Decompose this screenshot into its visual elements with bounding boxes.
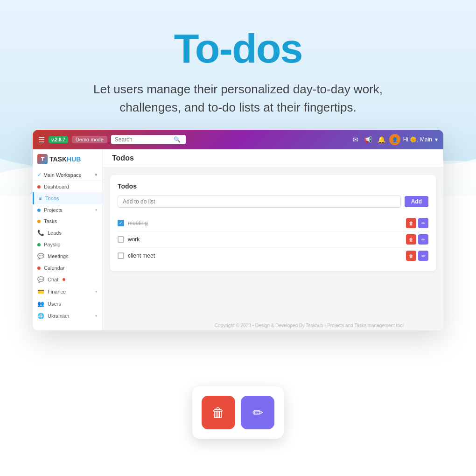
todo-edit-2[interactable]: ✏ xyxy=(418,234,428,245)
nav-icons: ✉ 📢 🔔 xyxy=(353,136,385,143)
language-icon: 🌐 xyxy=(37,313,44,319)
sidebar-item-todos[interactable]: ≡ Todos xyxy=(33,192,102,204)
sidebar-item-language[interactable]: 🌐 Ukrainian ▾ xyxy=(33,310,102,322)
check-icon: ✓ xyxy=(37,172,42,178)
todos-input-row: Add xyxy=(118,196,428,208)
todo-actions-2: 🗑 ✏ xyxy=(406,234,428,245)
workspace-label: Main Workspace xyxy=(43,172,82,178)
todo-text-3: client meet xyxy=(128,252,402,259)
search-bar[interactable]: 🔍 xyxy=(111,135,186,144)
todo-item-1: ✓ meeting 🗑 ✏ xyxy=(118,215,428,231)
page-title: Todos xyxy=(112,154,434,162)
payslip-icon xyxy=(37,243,41,246)
chat-badge xyxy=(63,278,65,281)
sidebar-item-label: Todos xyxy=(45,196,59,201)
sidebar-item-label: Payslip xyxy=(44,242,60,247)
floating-edit-button[interactable]: ✏ xyxy=(241,396,274,429)
footer: Copyright © 2023 • Design & Developed By… xyxy=(212,321,406,330)
sidebar: T TASKHUB ✓ Main Workspace ▾ Dashboard ≡… xyxy=(33,149,103,330)
todos-icon: ≡ xyxy=(39,195,42,202)
mail-icon[interactable]: ✉ xyxy=(353,136,358,143)
todo-checkbox-2[interactable] xyxy=(118,236,124,243)
logo-icon: T xyxy=(37,154,48,164)
add-button[interactable]: Add xyxy=(405,196,428,207)
todo-edit-3[interactable]: ✏ xyxy=(418,251,428,261)
demo-badge: Demo mode xyxy=(72,136,107,143)
pencil-icon: ✏ xyxy=(252,405,263,420)
projects-arrow: ▾ xyxy=(95,208,98,212)
finance-arrow: ▾ xyxy=(95,289,98,294)
todo-item-2: work 🗑 ✏ xyxy=(118,231,428,248)
floating-action-card: 🗑 ✏ xyxy=(192,386,284,439)
sidebar-item-label: Calendar xyxy=(44,265,65,271)
finance-icon: 💳 xyxy=(37,288,44,295)
sidebar-item-label: Chat xyxy=(48,277,58,282)
todo-actions-1: 🗑 ✏ xyxy=(406,218,428,228)
sidebar-item-calendar[interactable]: Calendar xyxy=(33,262,102,273)
hero-subtitle: Let users manage their personalized day-… xyxy=(56,80,420,117)
todos-card: Todos Add ✓ meeting 🗑 ✏ xyxy=(110,175,436,271)
app-layout: T TASKHUB ✓ Main Workspace ▾ Dashboard ≡… xyxy=(33,149,443,330)
sidebar-item-projects[interactable]: Projects ▾ xyxy=(33,204,102,216)
todo-input[interactable] xyxy=(118,196,401,208)
todo-actions-3: 🗑 ✏ xyxy=(406,251,428,261)
meetings-icon: 💬 xyxy=(37,253,44,259)
search-input[interactable] xyxy=(115,136,171,143)
todo-text-1: meeting xyxy=(128,220,402,226)
hero-section: To-dos Let users manage their personaliz… xyxy=(0,0,476,117)
workspace-selector[interactable]: ✓ Main Workspace ▾ xyxy=(33,169,102,181)
todo-delete-2[interactable]: 🗑 xyxy=(406,234,416,245)
sidebar-item-label: Meetings xyxy=(48,253,69,259)
sidebar-item-users[interactable]: 👥 Users xyxy=(33,298,102,310)
sidebar-item-label: Dashboard xyxy=(44,184,69,189)
logo: T TASKHUB xyxy=(33,149,102,169)
todo-item-3: client meet 🗑 ✏ xyxy=(118,248,428,264)
todo-text-2: work xyxy=(128,236,402,243)
users-icon: 👥 xyxy=(37,301,44,307)
todo-delete-3[interactable]: 🗑 xyxy=(406,251,416,261)
todo-checkbox-1[interactable]: ✓ xyxy=(118,220,124,226)
chat-icon: 💬 xyxy=(37,276,44,283)
app-screenshot: ☰ v.2.8.7 Demo mode 🔍 ✉ 📢 🔔 👤 Hi 🌞, Main… xyxy=(33,130,443,330)
workspace-arrow: ▾ xyxy=(95,172,98,178)
page-body: Todos Add ✓ meeting 🗑 ✏ xyxy=(103,168,443,279)
todos-card-title: Todos xyxy=(118,182,428,190)
megaphone-icon[interactable]: 📢 xyxy=(364,136,372,143)
sidebar-item-meetings[interactable]: 💬 Meetings xyxy=(33,250,102,262)
tasks-icon xyxy=(37,220,41,223)
sidebar-item-label: Projects xyxy=(44,207,63,213)
language-arrow: ▾ xyxy=(95,314,98,318)
todo-delete-1[interactable]: 🗑 xyxy=(406,218,416,228)
sidebar-item-chat[interactable]: 💬 Chat xyxy=(33,273,102,286)
avatar: 👤 xyxy=(389,134,400,145)
app-navbar: ☰ v.2.8.7 Demo mode 🔍 ✉ 📢 🔔 👤 Hi 🌞, Main… xyxy=(33,130,443,149)
sidebar-item-label: Leads xyxy=(48,230,62,236)
main-content: Todos Todos Add ✓ meeting xyxy=(103,149,443,330)
todo-edit-1[interactable]: ✏ xyxy=(418,218,428,228)
logo-text: TASKHUB xyxy=(49,155,81,163)
projects-icon xyxy=(37,209,41,212)
calendar-icon xyxy=(37,266,41,270)
check-icon: ✓ xyxy=(119,221,123,225)
sidebar-item-label: Users xyxy=(48,301,61,307)
trash-icon: 🗑 xyxy=(212,405,225,420)
sidebar-item-label: Tasks xyxy=(44,218,57,224)
hero-title: To-dos xyxy=(0,28,476,69)
user-greeting: Hi 🌞, Main xyxy=(403,136,432,143)
user-dropdown-icon: ▾ xyxy=(435,136,438,143)
sidebar-item-payslip[interactable]: Payslip xyxy=(33,239,102,250)
hamburger-icon[interactable]: ☰ xyxy=(38,135,45,144)
sidebar-item-tasks[interactable]: Tasks xyxy=(33,216,102,227)
floating-delete-button[interactable]: 🗑 xyxy=(202,396,235,429)
sidebar-item-leads[interactable]: 📞 Leads xyxy=(33,227,102,239)
bell-icon[interactable]: 🔔 xyxy=(378,136,385,143)
search-icon: 🔍 xyxy=(174,136,181,143)
sidebar-item-dashboard[interactable]: Dashboard xyxy=(33,181,102,192)
user-menu[interactable]: 👤 Hi 🌞, Main ▾ xyxy=(389,134,438,145)
sidebar-item-finance[interactable]: 💳 Finance ▾ xyxy=(33,286,102,298)
page-header: Todos xyxy=(103,149,443,168)
sidebar-item-label: Finance xyxy=(48,289,66,294)
dashboard-icon xyxy=(37,185,41,189)
version-badge: v.2.8.7 xyxy=(49,136,68,143)
todo-checkbox-3[interactable] xyxy=(118,252,124,259)
